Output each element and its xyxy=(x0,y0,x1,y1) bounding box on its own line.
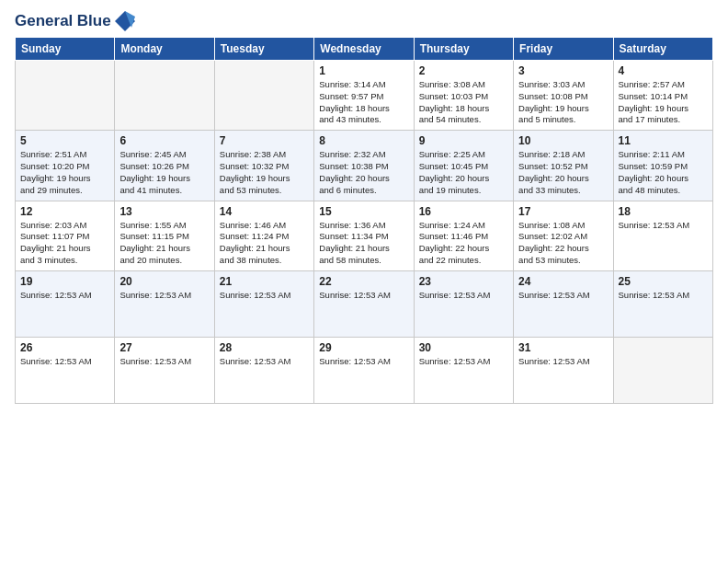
day-number: 3 xyxy=(518,64,608,77)
calendar-cell: 30Sunrise: 12:53 AM xyxy=(414,337,513,403)
calendar-cell: 23Sunrise: 12:53 AM xyxy=(414,270,513,337)
day-info: Sunrise: 3:08 AM Sunset: 10:03 PM Daylig… xyxy=(419,79,508,126)
day-info: Sunrise: 3:14 AM Sunset: 9:57 PM Dayligh… xyxy=(319,79,408,126)
day-number: 10 xyxy=(518,134,608,147)
calendar-week-row: 26Sunrise: 12:53 AM27Sunrise: 12:53 AM28… xyxy=(16,337,713,403)
calendar-cell: 15Sunrise: 1:36 AM Sunset: 11:34 PM Dayl… xyxy=(314,201,414,270)
day-info: Sunrise: 1:08 AM Sunset: 12:02 AM Daylig… xyxy=(518,220,608,267)
col-header-wednesday: Wednesday xyxy=(314,38,414,61)
day-number: 18 xyxy=(619,205,708,218)
calendar-cell: 16Sunrise: 1:24 AM Sunset: 11:46 PM Dayl… xyxy=(414,201,513,270)
calendar-cell: 28Sunrise: 12:53 AM xyxy=(214,337,313,403)
day-number: 7 xyxy=(220,134,309,147)
day-number: 22 xyxy=(319,275,408,288)
day-info: Sunrise: 12:53 AM xyxy=(419,356,508,368)
calendar-cell: 12Sunrise: 2:03 AM Sunset: 11:07 PM Dayl… xyxy=(16,201,115,270)
day-number: 30 xyxy=(419,341,508,354)
day-number: 31 xyxy=(518,341,608,354)
calendar-cell: 1Sunrise: 3:14 AM Sunset: 9:57 PM Daylig… xyxy=(314,61,414,131)
logo-icon xyxy=(113,9,137,33)
calendar-cell: 3Sunrise: 3:03 AM Sunset: 10:08 PM Dayli… xyxy=(514,61,613,131)
day-info: Sunrise: 12:53 AM xyxy=(319,290,408,302)
day-number: 19 xyxy=(20,275,109,288)
day-info: Sunrise: 12:53 AM xyxy=(419,290,508,302)
day-info: Sunrise: 2:25 AM Sunset: 10:45 PM Daylig… xyxy=(419,149,508,196)
logo: General Blue xyxy=(15,9,137,33)
page: General Blue SundayMondayTuesdayWednesda… xyxy=(0,0,728,563)
calendar-table: SundayMondayTuesdayWednesdayThursdayFrid… xyxy=(15,37,713,404)
calendar-cell: 20Sunrise: 12:53 AM xyxy=(115,270,214,337)
calendar-cell: 13Sunrise: 1:55 AM Sunset: 11:15 PM Dayl… xyxy=(115,201,214,270)
day-info: Sunrise: 12:53 AM xyxy=(20,290,109,302)
col-header-thursday: Thursday xyxy=(414,38,513,61)
day-number: 17 xyxy=(518,205,608,218)
calendar-cell: 6Sunrise: 2:45 AM Sunset: 10:26 PM Dayli… xyxy=(115,131,214,201)
calendar-week-row: 12Sunrise: 2:03 AM Sunset: 11:07 PM Dayl… xyxy=(16,201,713,270)
calendar-header-row: SundayMondayTuesdayWednesdayThursdayFrid… xyxy=(16,38,713,61)
calendar-cell xyxy=(214,61,313,131)
day-number: 24 xyxy=(518,275,608,288)
day-number: 16 xyxy=(419,205,508,218)
day-info: Sunrise: 12:53 AM xyxy=(119,356,209,368)
calendar-cell: 19Sunrise: 12:53 AM xyxy=(16,270,115,337)
calendar-cell: 27Sunrise: 12:53 AM xyxy=(115,337,214,403)
day-number: 2 xyxy=(419,64,508,77)
day-number: 13 xyxy=(119,205,209,218)
day-number: 11 xyxy=(619,134,708,147)
day-info: Sunrise: 2:11 AM Sunset: 10:59 PM Daylig… xyxy=(619,149,708,196)
day-info: Sunrise: 2:38 AM Sunset: 10:32 PM Daylig… xyxy=(220,149,309,196)
calendar-cell: 17Sunrise: 1:08 AM Sunset: 12:02 AM Dayl… xyxy=(514,201,613,270)
calendar-cell xyxy=(16,61,115,131)
day-number: 1 xyxy=(319,64,408,77)
day-number: 23 xyxy=(419,275,508,288)
day-number: 29 xyxy=(319,341,408,354)
day-number: 15 xyxy=(319,205,408,218)
calendar-cell: 29Sunrise: 12:53 AM xyxy=(314,337,414,403)
day-info: Sunrise: 2:03 AM Sunset: 11:07 PM Daylig… xyxy=(20,220,109,267)
col-header-saturday: Saturday xyxy=(613,38,712,61)
calendar-week-row: 19Sunrise: 12:53 AM20Sunrise: 12:53 AM21… xyxy=(16,270,713,337)
calendar-cell: 4Sunrise: 2:57 AM Sunset: 10:14 PM Dayli… xyxy=(613,61,712,131)
calendar-week-row: 1Sunrise: 3:14 AM Sunset: 9:57 PM Daylig… xyxy=(16,61,713,131)
day-number: 21 xyxy=(220,275,309,288)
day-info: Sunrise: 12:53 AM xyxy=(518,290,608,302)
calendar-week-row: 5Sunrise: 2:51 AM Sunset: 10:20 PM Dayli… xyxy=(16,131,713,201)
day-number: 14 xyxy=(220,205,309,218)
calendar-cell: 26Sunrise: 12:53 AM xyxy=(16,337,115,403)
logo-text-blue: Blue xyxy=(77,12,111,29)
calendar-cell: 8Sunrise: 2:32 AM Sunset: 10:38 PM Dayli… xyxy=(314,131,414,201)
day-info: Sunrise: 1:46 AM Sunset: 11:24 PM Daylig… xyxy=(220,220,309,267)
col-header-monday: Monday xyxy=(115,38,214,61)
day-info: Sunrise: 1:36 AM Sunset: 11:34 PM Daylig… xyxy=(319,220,408,267)
day-info: Sunrise: 12:53 AM xyxy=(119,290,209,302)
calendar-cell: 7Sunrise: 2:38 AM Sunset: 10:32 PM Dayli… xyxy=(214,131,313,201)
calendar-cell: 31Sunrise: 12:53 AM xyxy=(514,337,613,403)
day-info: Sunrise: 12:53 AM xyxy=(20,356,109,368)
calendar-cell: 25Sunrise: 12:53 AM xyxy=(613,270,712,337)
col-header-friday: Friday xyxy=(514,38,613,61)
calendar-cell: 5Sunrise: 2:51 AM Sunset: 10:20 PM Dayli… xyxy=(16,131,115,201)
day-number: 4 xyxy=(619,64,708,77)
day-number: 20 xyxy=(119,275,209,288)
calendar-cell: 24Sunrise: 12:53 AM xyxy=(514,270,613,337)
day-info: Sunrise: 2:45 AM Sunset: 10:26 PM Daylig… xyxy=(119,149,209,196)
header: General Blue xyxy=(15,9,713,33)
day-info: Sunrise: 1:55 AM Sunset: 11:15 PM Daylig… xyxy=(119,220,209,267)
calendar-cell: 11Sunrise: 2:11 AM Sunset: 10:59 PM Dayl… xyxy=(613,131,712,201)
day-info: Sunrise: 12:53 AM xyxy=(619,290,708,302)
day-info: Sunrise: 3:03 AM Sunset: 10:08 PM Daylig… xyxy=(518,79,608,126)
day-number: 9 xyxy=(419,134,508,147)
col-header-tuesday: Tuesday xyxy=(214,38,313,61)
calendar-cell: 18Sunrise: 12:53 AM xyxy=(613,201,712,270)
day-info: Sunrise: 12:53 AM xyxy=(220,356,309,368)
day-info: Sunrise: 2:51 AM Sunset: 10:20 PM Daylig… xyxy=(20,149,109,196)
day-number: 6 xyxy=(119,134,209,147)
day-info: Sunrise: 2:18 AM Sunset: 10:52 PM Daylig… xyxy=(518,149,608,196)
day-number: 27 xyxy=(119,341,209,354)
calendar-cell xyxy=(115,61,214,131)
calendar-cell xyxy=(613,337,712,403)
day-number: 26 xyxy=(20,341,109,354)
day-info: Sunrise: 12:53 AM xyxy=(319,356,408,368)
calendar-cell: 21Sunrise: 12:53 AM xyxy=(214,270,313,337)
day-number: 25 xyxy=(619,275,708,288)
